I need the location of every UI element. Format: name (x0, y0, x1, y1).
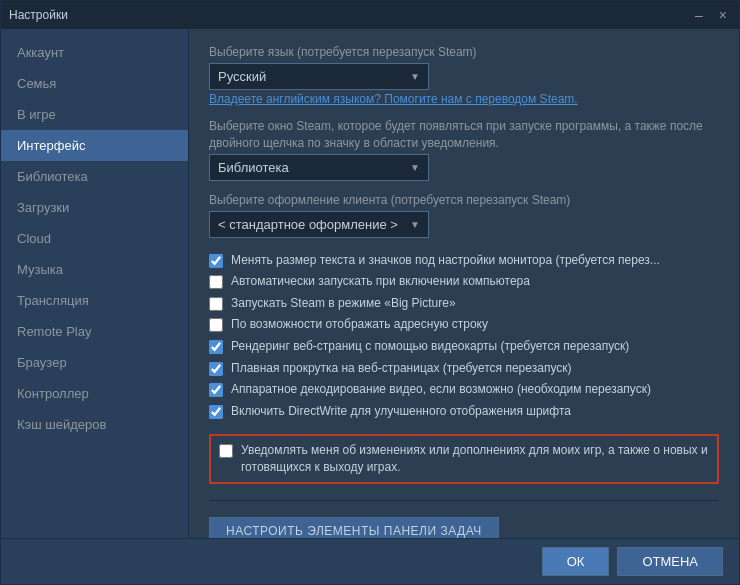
checkbox-3[interactable] (209, 318, 223, 332)
checkbox-label-2: Запускать Steam в режиме «Big Picture» (231, 296, 456, 312)
checkbox-6[interactable] (209, 383, 223, 397)
checkbox-row-6: Аппаратное декодирование видео, если воз… (209, 379, 719, 401)
translation-link[interactable]: Владеете английским языком? Помогите нам… (209, 92, 719, 106)
window-value: Библиотека (218, 160, 289, 175)
window-section: Выберите окно Steam, которое будет появл… (209, 118, 719, 181)
skin-dropdown[interactable]: < стандартное оформление > ▼ (209, 211, 429, 238)
ok-button[interactable]: ОК (542, 547, 610, 576)
highlighted-checkbox[interactable] (219, 444, 233, 458)
checkbox-row-2: Запускать Steam в режиме «Big Picture» (209, 293, 719, 315)
sidebar-item-remote-play[interactable]: Remote Play (1, 316, 188, 347)
checkbox-label-1: Автоматически запускать при включении ко… (231, 274, 530, 290)
highlighted-checkbox-label: Уведомлять меня об изменениях или дополн… (241, 442, 709, 476)
sidebar-item-контроллер[interactable]: Контроллер (1, 378, 188, 409)
sidebar-item-кэш-шейдеров[interactable]: Кэш шейдеров (1, 409, 188, 440)
sidebar-item-семья[interactable]: Семья (1, 68, 188, 99)
cancel-button[interactable]: ОТМЕНА (617, 547, 723, 576)
sidebar-item-в-игре[interactable]: В игре (1, 99, 188, 130)
checkbox-label-4: Рендеринг веб-страниц с помощью видеокар… (231, 339, 629, 355)
language-dropdown[interactable]: Русский ▼ (209, 63, 429, 90)
checkbox-5[interactable] (209, 362, 223, 376)
checkbox-row-4: Рендеринг веб-страниц с помощью видеокар… (209, 336, 719, 358)
checkboxes-group: Менять размер текста и значков под настр… (209, 250, 719, 423)
taskbar-section: НАСТРОИТЬ ЭЛЕМЕНТЫ ПАНЕЛИ ЗАДАЧ (209, 517, 719, 538)
skin-label: Выберите оформление клиента (потребуется… (209, 193, 719, 207)
main-panel: Выберите язык (потребуется перезапуск St… (189, 29, 739, 538)
language-section: Выберите язык (потребуется перезапуск St… (209, 45, 719, 106)
window-title: Настройки (9, 8, 68, 22)
sidebar: АккаунтСемьяВ игреИнтерфейсБиблиотекаЗаг… (1, 29, 189, 538)
highlighted-checkbox-row: Уведомлять меня об изменениях или дополн… (209, 434, 719, 484)
checkbox-4[interactable] (209, 340, 223, 354)
sidebar-item-трансляция[interactable]: Трансляция (1, 285, 188, 316)
close-button[interactable]: × (715, 5, 731, 25)
checkbox-label-5: Плавная прокрутка на веб-страницах (треб… (231, 361, 572, 377)
checkbox-label-0: Менять размер текста и значков под настр… (231, 253, 660, 269)
checkbox-row-1: Автоматически запускать при включении ко… (209, 271, 719, 293)
settings-window: Настройки – × АккаунтСемьяВ игреИнтерфей… (0, 0, 740, 585)
checkbox-label-6: Аппаратное декодирование видео, если воз… (231, 382, 651, 398)
checkbox-label-3: По возможности отображать адресную строк… (231, 317, 488, 333)
checkbox-0[interactable] (209, 254, 223, 268)
window-dropdown-arrow-icon: ▼ (410, 162, 420, 173)
skin-section: Выберите оформление клиента (потребуется… (209, 193, 719, 238)
sidebar-item-интерфейс[interactable]: Интерфейс (1, 130, 188, 161)
checkbox-label-7: Включить DirectWrite для улучшенного ото… (231, 404, 571, 420)
sidebar-item-браузер[interactable]: Браузер (1, 347, 188, 378)
sidebar-item-cloud[interactable]: Cloud (1, 223, 188, 254)
checkbox-7[interactable] (209, 405, 223, 419)
language-label: Выберите язык (потребуется перезапуск St… (209, 45, 719, 59)
minimize-button[interactable]: – (691, 5, 707, 25)
sidebar-item-библиотека[interactable]: Библиотека (1, 161, 188, 192)
checkbox-row-7: Включить DirectWrite для улучшенного ото… (209, 401, 719, 423)
sidebar-item-загрузки[interactable]: Загрузки (1, 192, 188, 223)
checkbox-row-3: По возможности отображать адресную строк… (209, 314, 719, 336)
skin-dropdown-arrow-icon: ▼ (410, 219, 420, 230)
taskbar-configure-button[interactable]: НАСТРОИТЬ ЭЛЕМЕНТЫ ПАНЕЛИ ЗАДАЧ (209, 517, 499, 538)
main-content: АккаунтСемьяВ игреИнтерфейсБиблиотекаЗаг… (1, 29, 739, 538)
sidebar-item-аккаунт[interactable]: Аккаунт (1, 37, 188, 68)
dropdown-arrow-icon: ▼ (410, 71, 420, 82)
window-controls: – × (691, 5, 731, 25)
language-value: Русский (218, 69, 266, 84)
divider (209, 500, 719, 501)
sidebar-item-музыка[interactable]: Музыка (1, 254, 188, 285)
window-label: Выберите окно Steam, которое будет появл… (209, 118, 719, 152)
checkbox-2[interactable] (209, 297, 223, 311)
footer: ОК ОТМЕНА (1, 538, 739, 584)
window-dropdown[interactable]: Библиотека ▼ (209, 154, 429, 181)
titlebar: Настройки – × (1, 1, 739, 29)
checkbox-row-0: Менять размер текста и значков под настр… (209, 250, 719, 272)
skin-value: < стандартное оформление > (218, 217, 398, 232)
checkbox-1[interactable] (209, 275, 223, 289)
checkbox-row-5: Плавная прокрутка на веб-страницах (треб… (209, 358, 719, 380)
